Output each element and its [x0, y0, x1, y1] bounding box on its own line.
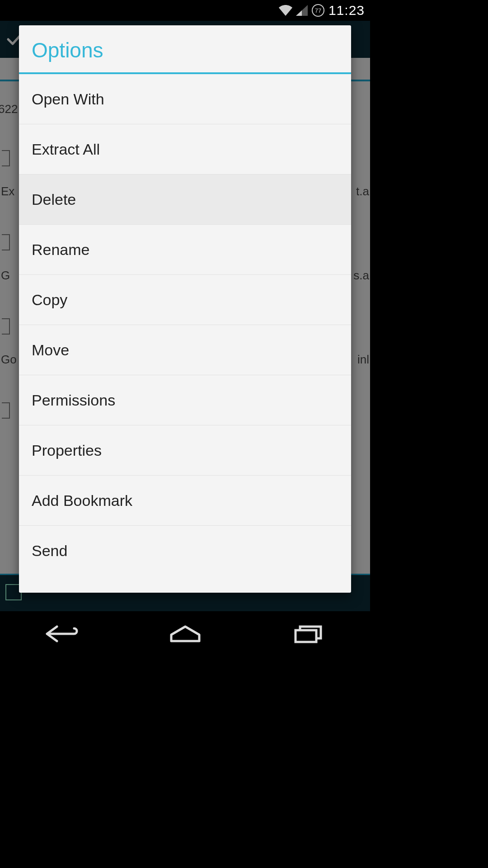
- battery-percent-text: 77: [315, 7, 321, 14]
- nav-back-button[interactable]: [35, 619, 89, 651]
- nav-recents-button[interactable]: [282, 619, 336, 651]
- options-list: Open With Extract All Delete Rename Copy…: [19, 74, 351, 593]
- option-properties[interactable]: Properties: [19, 425, 351, 476]
- option-open-with[interactable]: Open With: [19, 74, 351, 124]
- option-label: Extract All: [32, 141, 100, 158]
- home-icon: [168, 624, 203, 646]
- status-clock: 11:23: [328, 3, 365, 18]
- recents-icon: [293, 624, 324, 646]
- option-label: Permissions: [32, 392, 115, 409]
- option-label: Open With: [32, 90, 104, 108]
- option-delete[interactable]: Delete: [19, 175, 351, 225]
- option-label: Add Bookmark: [32, 492, 132, 509]
- options-dialog: Options Open With Extract All Delete Ren…: [19, 25, 351, 593]
- dialog-title: Options: [32, 38, 338, 62]
- svg-rect-1: [296, 630, 316, 642]
- option-label: Rename: [32, 241, 90, 259]
- option-label: Move: [32, 341, 69, 359]
- option-label: Properties: [32, 442, 102, 459]
- option-extract-all[interactable]: Extract All: [19, 124, 351, 175]
- option-rename[interactable]: Rename: [19, 225, 351, 275]
- dialog-header: Options: [19, 25, 351, 72]
- navigation-bar: [0, 611, 370, 658]
- status-bar: 77 11:23: [0, 0, 370, 21]
- back-icon: [44, 624, 80, 646]
- option-move[interactable]: Move: [19, 325, 351, 375]
- option-label: Delete: [32, 191, 76, 208]
- wifi-icon: [279, 5, 292, 16]
- option-copy[interactable]: Copy: [19, 275, 351, 325]
- battery-indicator-icon: 77: [311, 4, 325, 17]
- option-label: Send: [32, 542, 67, 560]
- nav-home-button[interactable]: [158, 619, 212, 651]
- option-send[interactable]: Send: [19, 526, 351, 576]
- option-label: Copy: [32, 291, 67, 309]
- cell-signal-icon: [296, 5, 308, 16]
- option-permissions[interactable]: Permissions: [19, 375, 351, 425]
- option-add-bookmark[interactable]: Add Bookmark: [19, 476, 351, 526]
